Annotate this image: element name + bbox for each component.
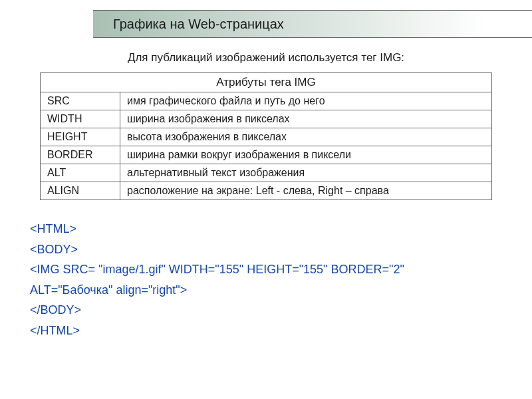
attr-name: SRC: [41, 92, 120, 110]
code-line: <BODY>: [30, 239, 532, 260]
code-example: <HTML> <BODY> <IMG SRC= "image/1.gif" WI…: [30, 219, 532, 341]
table-row: SRC имя графического файла и путь до нег…: [41, 92, 492, 110]
attr-desc: высота изображения в пикселах: [120, 128, 492, 146]
attr-desc: расположение на экране: Left - слева, Ri…: [120, 182, 492, 200]
table-header-row: Атрибуты тега IMG: [41, 73, 492, 92]
attr-name: HEIGHT: [41, 128, 120, 146]
table-row: ALT альтернативный текст изображения: [41, 164, 492, 182]
table-row: WIDTH ширина изображения в пикселах: [41, 110, 492, 128]
table-row: BORDER ширина рамки вокруг изображения в…: [41, 146, 492, 164]
page-title: Графика на Web-страницах: [113, 17, 284, 32]
attr-desc: ширина рамки вокруг изображения в пиксел…: [120, 146, 492, 164]
code-line: </HTML>: [30, 321, 532, 341]
subtitle-text: Для публикаций изображений используется …: [0, 51, 532, 65]
attr-desc: альтернативный текст изображения: [120, 164, 492, 182]
attr-desc: имя графического файла и путь до него: [120, 92, 492, 110]
attributes-table: Атрибуты тега IMG SRC имя графического ф…: [40, 72, 492, 200]
table-row: HEIGHT высота изображения в пикселах: [41, 128, 492, 146]
attr-name: ALIGN: [41, 182, 120, 200]
attr-name: BORDER: [41, 146, 120, 164]
page-header: Графика на Web-страницах: [93, 10, 532, 38]
attr-desc: ширина изображения в пикселах: [120, 110, 492, 128]
table-header: Атрибуты тега IMG: [41, 73, 492, 92]
code-line: </BODY>: [30, 300, 532, 321]
table-row: ALIGN расположение на экране: Left - сле…: [41, 182, 492, 200]
code-line: <IMG SRC= "image/1.gif" WIDTH="155" HEIG…: [30, 259, 532, 280]
attr-name: ALT: [41, 164, 120, 182]
attr-name: WIDTH: [41, 110, 120, 128]
code-line: ALT="Бабочка" align="right">: [30, 280, 532, 301]
code-line: <HTML>: [30, 219, 532, 239]
